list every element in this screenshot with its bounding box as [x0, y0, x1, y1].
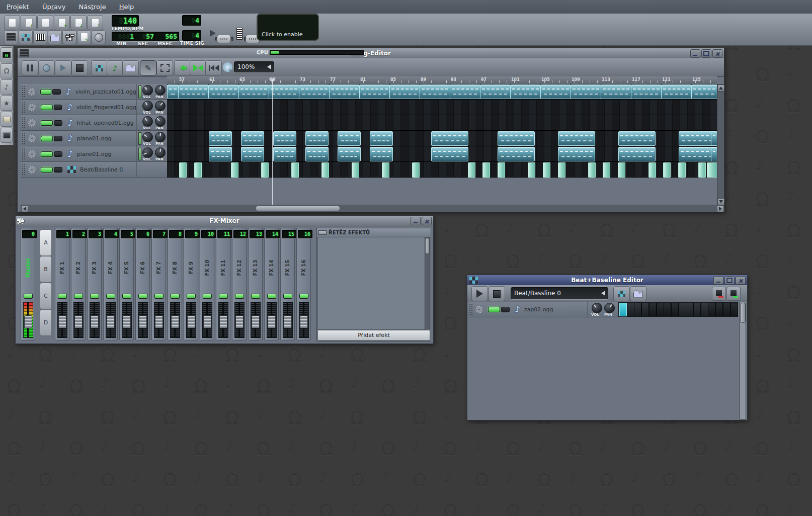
- add-effect-button[interactable]: Přidat efekt: [317, 330, 430, 340]
- pause-button[interactable]: [22, 60, 38, 75]
- track-volume-knob[interactable]: [142, 132, 153, 142]
- master-volume-slider[interactable]: [215, 37, 233, 41]
- fx-channel-strip[interactable]: 15FX 15: [280, 228, 295, 340]
- song-segment[interactable]: [238, 84, 269, 99]
- track-volume-knob[interactable]: [592, 303, 602, 313]
- track-solo-led[interactable]: [52, 89, 60, 95]
- track-mute-led[interactable]: [41, 105, 53, 110]
- tempo-display[interactable]: 8140: [112, 15, 139, 27]
- song-segment[interactable]: [208, 84, 239, 99]
- piano-pattern-block[interactable]: [338, 131, 361, 146]
- piano-pattern-block[interactable]: [558, 131, 595, 146]
- song-segment[interactable]: [571, 84, 601, 99]
- fx-channel-led[interactable]: [106, 294, 115, 299]
- track-gear-icon[interactable]: [28, 104, 36, 111]
- bb-step-cell-10[interactable]: [693, 303, 701, 316]
- sidebar-computer-button[interactable]: [1, 128, 13, 143]
- play-button[interactable]: [471, 286, 488, 301]
- add-steps-button[interactable]: [726, 287, 741, 301]
- track-row-0[interactable]: ♪violin_pizzicato01.ogg: [21, 84, 136, 100]
- pattern-lane-3[interactable]: [167, 131, 717, 146]
- bb-pattern-bar[interactable]: [321, 162, 329, 178]
- track-pan-knob[interactable]: [155, 147, 166, 158]
- bb-step-cell-5[interactable]: [657, 303, 664, 316]
- effect-chain-list[interactable]: [317, 237, 426, 330]
- fader-handle[interactable]: [187, 315, 195, 328]
- fx-mixer-button[interactable]: [62, 30, 76, 44]
- fx-bank-b-button[interactable]: B: [40, 256, 52, 283]
- bb-step-cell-13[interactable]: [715, 303, 723, 316]
- fx-channel-strip[interactable]: 3FX 3: [87, 228, 102, 340]
- piano-pattern-block[interactable]: [370, 147, 393, 161]
- song-editor-button[interactable]: [4, 30, 18, 44]
- bb-step-cell-1[interactable]: [627, 303, 634, 316]
- piano-pattern-block[interactable]: [241, 147, 264, 161]
- menu-item-help[interactable]: Help: [113, 1, 141, 13]
- fx-channel-fader[interactable]: [122, 302, 132, 338]
- effect-chain-scrollbar[interactable]: [425, 237, 430, 329]
- fx-channel-fader[interactable]: [57, 302, 67, 338]
- song-vertical-scrollbar[interactable]: [717, 84, 724, 206]
- bb-pattern-combobox[interactable]: Beat/Bassline 0: [511, 287, 608, 299]
- bb-pattern-bar[interactable]: [231, 162, 238, 178]
- bb-pattern-bar[interactable]: [412, 162, 420, 178]
- track-gear-icon[interactable]: [28, 135, 36, 142]
- track-mute-led[interactable]: [488, 307, 500, 312]
- fader-handle[interactable]: [171, 315, 179, 328]
- add-bb-track-button[interactable]: [91, 60, 108, 75]
- track-gear-icon[interactable]: [28, 150, 36, 158]
- song-segment[interactable]: [540, 84, 571, 99]
- minimize-button[interactable]: [713, 276, 723, 285]
- track-volume-knob[interactable]: [142, 85, 153, 96]
- bb-step-cell-4[interactable]: [649, 303, 657, 316]
- bb-pattern-bar[interactable]: [663, 162, 671, 178]
- song-timeline[interactable]: 5761656973778185899397101105109113117121…: [167, 76, 717, 84]
- bb-step-cell-9[interactable]: [686, 303, 693, 316]
- add-bb-track-button[interactable]: [613, 286, 630, 301]
- save-project-button[interactable]: [37, 15, 53, 30]
- piano-pattern-block[interactable]: [711, 131, 717, 146]
- fx-channel-strip[interactable]: 6FX 6: [135, 228, 150, 340]
- timesig-numerator-display[interactable]: 84: [182, 15, 201, 26]
- piano-pattern-block[interactable]: [558, 147, 595, 161]
- fx-channel-led[interactable]: [299, 294, 308, 299]
- output-visualizer[interactable]: Click to enable: [257, 14, 319, 41]
- bb-step-cell-0[interactable]: [619, 303, 627, 316]
- bb-pattern-bar[interactable]: [558, 162, 565, 178]
- new-project-button[interactable]: [4, 15, 20, 30]
- song-editor-titlebar[interactable]: Song-Editor ×: [18, 48, 724, 59]
- bb-track-row[interactable]: ♪zap02.ogg: [468, 302, 587, 317]
- fx-channel-fader[interactable]: [267, 302, 277, 338]
- piano-pattern-block[interactable]: [241, 131, 264, 146]
- controller-rack-button[interactable]: [92, 30, 106, 44]
- track-grip[interactable]: [22, 101, 25, 113]
- remove-steps-button[interactable]: [712, 287, 726, 301]
- fx-channel-strip[interactable]: 9FX 9: [184, 228, 198, 340]
- add-automation-track-button[interactable]: [122, 60, 139, 75]
- menu-item-pravy[interactable]: Úpravy: [36, 1, 72, 13]
- piano-pattern-block[interactable]: [305, 131, 329, 146]
- bb-pattern-bar[interactable]: [468, 162, 475, 178]
- fx-channel-led[interactable]: [203, 294, 212, 299]
- fx-mixer-titlebar[interactable]: FX-Mixer ×: [16, 216, 433, 226]
- piano-pattern-block[interactable]: [498, 131, 535, 146]
- bb-editor-button[interactable]: [19, 30, 33, 44]
- fx-channel-fader[interactable]: [106, 302, 116, 338]
- bb-step-cell-11[interactable]: [701, 303, 708, 316]
- song-segment[interactable]: [480, 84, 511, 99]
- fx-channel-fader[interactable]: [90, 302, 100, 338]
- track-gear-icon[interactable]: [28, 119, 36, 127]
- next-bar-button[interactable]: [174, 60, 191, 75]
- fx-channel-strip[interactable]: 7FX 7: [151, 228, 166, 340]
- bb-step-cell-7[interactable]: [671, 303, 679, 316]
- fx-channel-strip[interactable]: 1FX 1: [55, 228, 69, 340]
- track-grip[interactable]: [22, 163, 25, 176]
- song-segment[interactable]: [510, 84, 541, 99]
- fx-channel-led[interactable]: [24, 294, 33, 299]
- fx-channel-led[interactable]: [267, 294, 276, 299]
- effect-chain-header[interactable]: ŘETĚZ EFEKTŮ: [317, 228, 431, 236]
- track-solo-led[interactable]: [501, 307, 510, 312]
- track-row-4[interactable]: ♪piano01.ogg: [21, 146, 136, 162]
- fx-channel-fader[interactable]: [283, 302, 293, 338]
- piano-pattern-block[interactable]: [431, 131, 468, 146]
